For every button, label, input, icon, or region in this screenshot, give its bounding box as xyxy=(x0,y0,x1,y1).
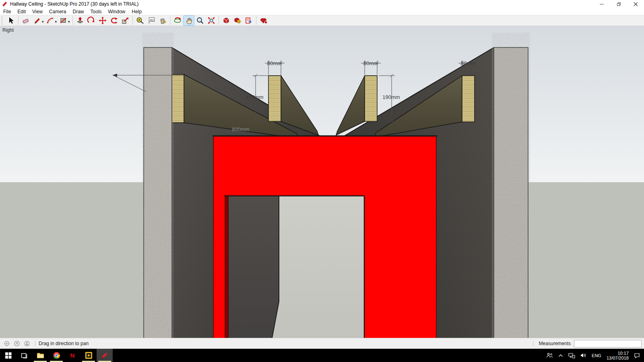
3d-warehouse-button[interactable] xyxy=(221,16,231,25)
rotate-icon xyxy=(110,16,118,25)
file-explorer-icon xyxy=(37,352,44,359)
windows-logo-icon xyxy=(5,352,12,359)
windows-taskbar: N xyxy=(0,349,644,362)
share-model-button[interactable] xyxy=(244,16,254,25)
viewport-canvas[interactable]: 50mm 50mm 50mm 190mm 190mm 800mm Right xyxy=(0,26,644,338)
select-arrow-icon xyxy=(7,16,15,25)
shapes-tool-caret-icon[interactable]: ▾ xyxy=(68,20,70,24)
close-icon xyxy=(634,2,638,6)
menu-view[interactable]: View xyxy=(29,9,46,14)
taskbar-file-explorer[interactable] xyxy=(32,349,48,362)
tape-measure-tool-button[interactable] xyxy=(135,16,145,25)
dim-50mm-1: 50mm xyxy=(267,60,282,66)
select-tool-button[interactable] xyxy=(6,16,16,25)
pan-tool-button[interactable] xyxy=(184,16,194,25)
push-pull-icon xyxy=(76,16,84,25)
menu-camera[interactable]: Camera xyxy=(46,9,70,14)
arc-tool-caret-icon[interactable]: ▾ xyxy=(55,20,57,24)
push-pull-tool-button[interactable] xyxy=(75,16,85,25)
follow-me-tool-button[interactable] xyxy=(86,16,97,25)
geolocation-icon[interactable] xyxy=(4,340,10,347)
dim-190mm-2: 190mm xyxy=(382,94,400,100)
text-tool-button[interactable]: A1 xyxy=(146,16,157,25)
line-tool-caret-icon[interactable]: ▾ xyxy=(42,20,44,24)
eraser-tool-button[interactable] xyxy=(21,16,31,25)
measurements-separator xyxy=(533,341,533,346)
system-tray: ENG 10:17 13/07/2018 xyxy=(541,349,644,362)
move-tool-button[interactable] xyxy=(97,16,108,25)
tape-measure-icon xyxy=(136,16,144,25)
action-center-icon[interactable] xyxy=(634,353,640,358)
taskbar-netflix[interactable]: N xyxy=(64,349,80,362)
title-bar: Hallway Ceiling - SketchUp Pro 2017 (30 … xyxy=(0,0,644,8)
opening-jamb-shadow xyxy=(225,196,229,338)
menu-tools[interactable]: Tools xyxy=(87,9,105,14)
claim-credit-icon[interactable] xyxy=(14,340,20,347)
scale-tool-button[interactable] xyxy=(120,16,130,25)
menu-file[interactable]: File xyxy=(0,9,14,14)
zoom-extents-tool-button[interactable] xyxy=(206,16,217,25)
shapes-tool-button[interactable] xyxy=(58,16,68,25)
toolbar: ▾ ▾ ▾ xyxy=(0,15,644,26)
dim-50mm-3: 50mm xyxy=(461,60,475,66)
measurements-input[interactable] xyxy=(574,340,642,348)
scale-icon xyxy=(121,16,129,25)
paint-bucket-tool-button[interactable] xyxy=(157,16,168,25)
tray-clock[interactable]: 10:17 13/07/2018 xyxy=(607,351,629,360)
extension-warehouse-icon xyxy=(233,16,242,25)
window-title: Hallway Ceiling - SketchUp Pro 2017 (30 … xyxy=(10,1,138,7)
orbit-tool-button[interactable] xyxy=(172,16,183,25)
menu-window[interactable]: Window xyxy=(105,9,129,14)
tray-people-icon[interactable] xyxy=(546,352,553,358)
3d-warehouse-icon xyxy=(222,16,230,25)
task-view-button[interactable] xyxy=(16,349,32,362)
red-hallway-wall xyxy=(213,136,437,338)
arc-icon xyxy=(46,16,54,25)
eraser-icon xyxy=(22,16,30,25)
ruby-gem-icon xyxy=(260,16,268,25)
dim-800mm: 800mm xyxy=(232,126,249,132)
rectangle-icon xyxy=(59,16,67,25)
status-hint: Drag in direction to pan xyxy=(39,341,89,346)
menu-draw[interactable]: Draw xyxy=(70,9,87,14)
line-tool-button[interactable] xyxy=(32,16,42,25)
taskbar-movies-tv[interactable] xyxy=(80,349,97,362)
tray-chevron-up-icon[interactable] xyxy=(558,354,563,357)
text-tool-badge: A1 xyxy=(150,18,154,22)
taskbar-chrome[interactable] xyxy=(48,349,64,362)
tray-language[interactable]: ENG xyxy=(592,353,601,358)
restore-button[interactable] xyxy=(610,0,627,8)
measurements-label: Measurements xyxy=(539,341,571,346)
joist-3-end-face xyxy=(365,76,377,121)
tray-volume-icon[interactable] xyxy=(580,353,586,358)
zoom-tool-button[interactable] xyxy=(195,16,205,25)
text-label-icon: A1 xyxy=(147,16,155,25)
extension-manager-button[interactable] xyxy=(258,16,269,25)
zoom-magnifier-icon xyxy=(196,16,204,25)
sign-in-person-icon[interactable] xyxy=(24,340,30,347)
pan-hand-icon xyxy=(185,16,193,25)
dim-190mm-1: 190mm xyxy=(246,94,263,100)
view-label: Right xyxy=(2,27,14,33)
arc-tool-button[interactable] xyxy=(45,16,56,25)
extension-warehouse-button[interactable] xyxy=(232,16,243,25)
share-model-icon xyxy=(245,16,253,25)
minimize-icon xyxy=(600,4,604,4)
joist-2-end-face xyxy=(268,76,281,121)
minimize-button[interactable] xyxy=(593,0,610,8)
menu-edit[interactable]: Edit xyxy=(14,9,29,14)
close-button[interactable] xyxy=(627,0,644,8)
menu-help[interactable]: Help xyxy=(128,9,145,14)
pencil-icon xyxy=(33,16,41,25)
status-bar: Drag in direction to pan Measurements xyxy=(0,338,644,349)
rotate-tool-button[interactable] xyxy=(109,16,119,25)
tray-date: 13/07/2018 xyxy=(607,356,629,360)
follow-me-icon xyxy=(87,16,95,25)
sketchup-taskbar-icon xyxy=(101,352,109,360)
taskbar-sketchup[interactable] xyxy=(97,349,113,362)
interior-dark-wall xyxy=(229,196,279,338)
start-button[interactable] xyxy=(0,349,16,362)
toolbar-drag-handle[interactable] xyxy=(2,16,4,25)
task-view-icon xyxy=(21,352,28,359)
tray-network-icon[interactable] xyxy=(568,353,575,358)
